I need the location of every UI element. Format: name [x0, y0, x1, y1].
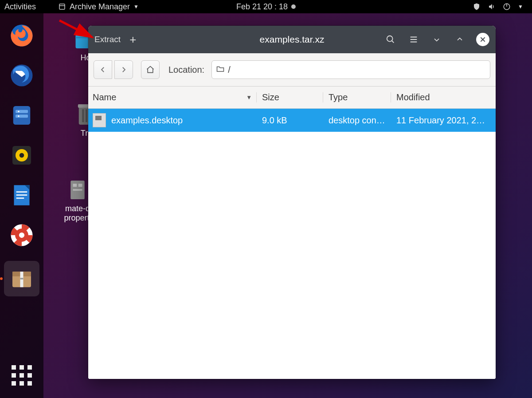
hamburger-menu-button[interactable] — [407, 33, 420, 46]
svg-line-34 — [392, 41, 394, 43]
nav-forward-button[interactable] — [114, 60, 133, 79]
file-type: desktop con… — [323, 115, 391, 126]
svg-rect-15 — [16, 194, 27, 196]
chevron-down-icon: ▼ — [518, 4, 523, 10]
dock-firefox[interactable] — [8, 21, 36, 50]
svg-rect-0 — [59, 4, 65, 9]
app-menu-label: Archive Manager — [70, 2, 130, 12]
location-field[interactable]: / — [211, 60, 490, 79]
svg-point-11 — [20, 153, 24, 158]
dock — [0, 13, 43, 398]
location-path: / — [228, 65, 231, 75]
svg-rect-16 — [16, 197, 24, 199]
svg-point-33 — [387, 36, 393, 42]
activities-button[interactable]: Activities — [4, 2, 36, 12]
svg-rect-25 — [82, 110, 84, 122]
app-menu[interactable]: Archive Manager ▼ — [58, 2, 139, 12]
archive-manager-indicator-icon — [58, 3, 66, 11]
svg-rect-14 — [16, 191, 27, 193]
sort-descending-icon: ▼ — [246, 94, 252, 101]
svg-rect-5 — [16, 110, 28, 113]
archive-manager-window: Extract + examples.tar.xz — [88, 26, 496, 379]
column-header-size[interactable]: Size — [257, 92, 323, 102]
location-label: Location: — [168, 65, 204, 75]
nav-back-button[interactable] — [94, 60, 112, 79]
svg-rect-22 — [20, 278, 23, 280]
column-name-label: Name — [93, 92, 116, 102]
search-button[interactable] — [384, 33, 397, 46]
file-list: examples.desktop 9.0 kB desktop con… 11 … — [88, 109, 496, 379]
toolbar: Location: / — [88, 53, 496, 87]
close-button[interactable] — [476, 33, 489, 46]
show-applications-button[interactable] — [0, 365, 43, 386]
file-size: 9.0 kB — [257, 115, 323, 126]
svg-rect-26 — [86, 110, 87, 122]
dock-archive-manager[interactable] — [4, 261, 39, 296]
column-header-modified[interactable]: Modified — [391, 92, 496, 102]
file-modified: 11 February 2021, 2… — [391, 115, 496, 126]
window-title: examples.tar.xz — [260, 34, 325, 45]
folder-icon — [216, 65, 224, 74]
chevron-down-icon: ▼ — [133, 4, 139, 10]
svg-rect-30 — [78, 184, 82, 187]
dock-libreoffice-writer[interactable] — [8, 181, 36, 209]
file-row[interactable]: examples.desktop 9.0 kB desktop con… 11 … — [88, 109, 496, 132]
file-name: examples.desktop — [111, 115, 183, 126]
system-status-area[interactable]: ▼ — [473, 3, 528, 11]
shield-icon — [473, 3, 481, 11]
dock-thunderbird[interactable] — [8, 61, 36, 90]
dock-help[interactable] — [8, 221, 36, 249]
minimize-button[interactable] — [430, 33, 443, 46]
titlebar[interactable]: Extract + examples.tar.xz — [88, 26, 496, 53]
column-headers: Name ▼ Size Type Modified — [88, 87, 496, 109]
home-button[interactable] — [141, 60, 160, 79]
svg-rect-29 — [73, 184, 77, 187]
power-icon — [503, 3, 511, 11]
svg-rect-6 — [16, 114, 28, 118]
extract-button[interactable]: Extract — [94, 35, 121, 44]
maximize-button[interactable] — [453, 33, 466, 46]
column-header-type[interactable]: Type — [323, 92, 391, 102]
dock-files[interactable] — [8, 101, 36, 130]
add-files-button[interactable]: + — [127, 33, 139, 47]
volume-icon — [488, 3, 496, 11]
svg-rect-31 — [73, 189, 82, 191]
top-panel: Activities Archive Manager ▼ Feb 21 20 :… — [0, 0, 532, 13]
notification-dot-icon — [291, 4, 296, 9]
clock[interactable]: Feb 21 20 : 18 — [236, 2, 296, 12]
dock-rhythmbox[interactable] — [8, 141, 36, 169]
file-icon — [93, 113, 106, 127]
column-header-name[interactable]: Name ▼ — [88, 92, 257, 102]
svg-point-8 — [18, 115, 20, 117]
clock-text: Feb 21 20 : 18 — [236, 2, 288, 12]
svg-point-7 — [18, 111, 20, 113]
